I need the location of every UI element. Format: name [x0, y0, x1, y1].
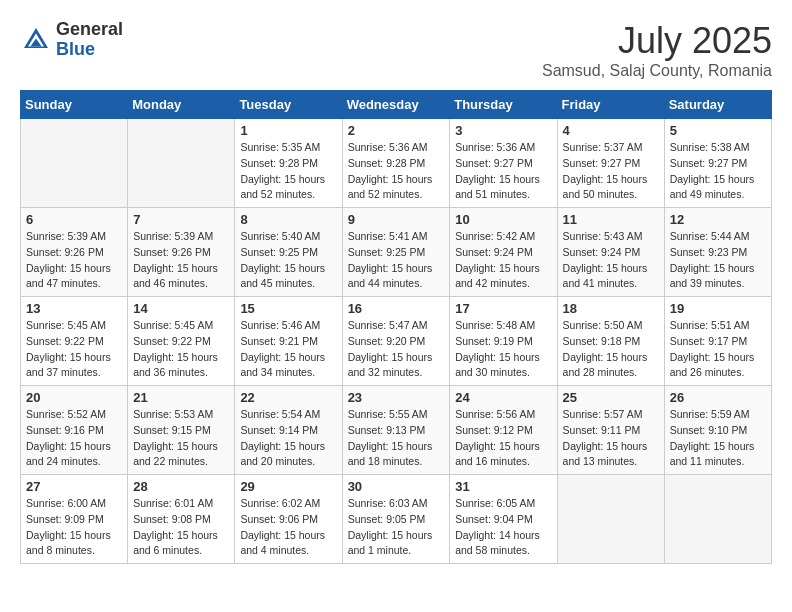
calendar-cell: 19Sunrise: 5:51 AM Sunset: 9:17 PM Dayli… — [664, 297, 771, 386]
calendar-cell — [21, 119, 128, 208]
day-info: Sunrise: 6:00 AM Sunset: 9:09 PM Dayligh… — [26, 496, 122, 559]
day-info: Sunrise: 5:35 AM Sunset: 9:28 PM Dayligh… — [240, 140, 336, 203]
day-info: Sunrise: 5:45 AM Sunset: 9:22 PM Dayligh… — [133, 318, 229, 381]
calendar-cell: 5Sunrise: 5:38 AM Sunset: 9:27 PM Daylig… — [664, 119, 771, 208]
day-number: 15 — [240, 301, 336, 316]
calendar-cell: 2Sunrise: 5:36 AM Sunset: 9:28 PM Daylig… — [342, 119, 450, 208]
calendar-cell: 24Sunrise: 5:56 AM Sunset: 9:12 PM Dayli… — [450, 386, 557, 475]
day-info: Sunrise: 6:01 AM Sunset: 9:08 PM Dayligh… — [133, 496, 229, 559]
calendar-cell — [664, 475, 771, 564]
day-info: Sunrise: 5:48 AM Sunset: 9:19 PM Dayligh… — [455, 318, 551, 381]
calendar-cell: 21Sunrise: 5:53 AM Sunset: 9:15 PM Dayli… — [128, 386, 235, 475]
calendar-cell: 3Sunrise: 5:36 AM Sunset: 9:27 PM Daylig… — [450, 119, 557, 208]
day-number: 1 — [240, 123, 336, 138]
day-info: Sunrise: 5:38 AM Sunset: 9:27 PM Dayligh… — [670, 140, 766, 203]
calendar-cell — [557, 475, 664, 564]
logo-general: General — [56, 20, 123, 40]
calendar-cell: 14Sunrise: 5:45 AM Sunset: 9:22 PM Dayli… — [128, 297, 235, 386]
page-header: General Blue July 2025 Samsud, Salaj Cou… — [20, 20, 772, 80]
calendar-cell: 10Sunrise: 5:42 AM Sunset: 9:24 PM Dayli… — [450, 208, 557, 297]
calendar-cell — [128, 119, 235, 208]
logo-text: General Blue — [56, 20, 123, 60]
day-number: 6 — [26, 212, 122, 227]
day-number: 20 — [26, 390, 122, 405]
calendar-header-row: SundayMondayTuesdayWednesdayThursdayFrid… — [21, 91, 772, 119]
calendar-header-sunday: Sunday — [21, 91, 128, 119]
calendar-cell: 26Sunrise: 5:59 AM Sunset: 9:10 PM Dayli… — [664, 386, 771, 475]
logo-icon — [20, 24, 52, 56]
calendar-cell: 9Sunrise: 5:41 AM Sunset: 9:25 PM Daylig… — [342, 208, 450, 297]
calendar-week-row: 6Sunrise: 5:39 AM Sunset: 9:26 PM Daylig… — [21, 208, 772, 297]
day-number: 4 — [563, 123, 659, 138]
day-number: 5 — [670, 123, 766, 138]
day-info: Sunrise: 5:37 AM Sunset: 9:27 PM Dayligh… — [563, 140, 659, 203]
day-number: 8 — [240, 212, 336, 227]
calendar-cell: 6Sunrise: 5:39 AM Sunset: 9:26 PM Daylig… — [21, 208, 128, 297]
day-info: Sunrise: 5:44 AM Sunset: 9:23 PM Dayligh… — [670, 229, 766, 292]
day-info: Sunrise: 6:02 AM Sunset: 9:06 PM Dayligh… — [240, 496, 336, 559]
day-info: Sunrise: 5:36 AM Sunset: 9:27 PM Dayligh… — [455, 140, 551, 203]
day-info: Sunrise: 6:03 AM Sunset: 9:05 PM Dayligh… — [348, 496, 445, 559]
day-info: Sunrise: 5:50 AM Sunset: 9:18 PM Dayligh… — [563, 318, 659, 381]
calendar-cell: 1Sunrise: 5:35 AM Sunset: 9:28 PM Daylig… — [235, 119, 342, 208]
calendar-week-row: 20Sunrise: 5:52 AM Sunset: 9:16 PM Dayli… — [21, 386, 772, 475]
day-info: Sunrise: 5:52 AM Sunset: 9:16 PM Dayligh… — [26, 407, 122, 470]
day-info: Sunrise: 5:55 AM Sunset: 9:13 PM Dayligh… — [348, 407, 445, 470]
calendar-cell: 17Sunrise: 5:48 AM Sunset: 9:19 PM Dayli… — [450, 297, 557, 386]
calendar-cell: 18Sunrise: 5:50 AM Sunset: 9:18 PM Dayli… — [557, 297, 664, 386]
calendar-cell: 12Sunrise: 5:44 AM Sunset: 9:23 PM Dayli… — [664, 208, 771, 297]
month-title: July 2025 — [542, 20, 772, 62]
day-number: 26 — [670, 390, 766, 405]
day-number: 11 — [563, 212, 659, 227]
day-info: Sunrise: 5:36 AM Sunset: 9:28 PM Dayligh… — [348, 140, 445, 203]
day-info: Sunrise: 5:39 AM Sunset: 9:26 PM Dayligh… — [26, 229, 122, 292]
calendar-cell: 15Sunrise: 5:46 AM Sunset: 9:21 PM Dayli… — [235, 297, 342, 386]
day-number: 24 — [455, 390, 551, 405]
calendar-table: SundayMondayTuesdayWednesdayThursdayFrid… — [20, 90, 772, 564]
calendar-cell: 4Sunrise: 5:37 AM Sunset: 9:27 PM Daylig… — [557, 119, 664, 208]
day-info: Sunrise: 5:53 AM Sunset: 9:15 PM Dayligh… — [133, 407, 229, 470]
day-info: Sunrise: 5:57 AM Sunset: 9:11 PM Dayligh… — [563, 407, 659, 470]
calendar-header-saturday: Saturday — [664, 91, 771, 119]
day-number: 22 — [240, 390, 336, 405]
day-info: Sunrise: 5:47 AM Sunset: 9:20 PM Dayligh… — [348, 318, 445, 381]
calendar-cell: 30Sunrise: 6:03 AM Sunset: 9:05 PM Dayli… — [342, 475, 450, 564]
day-number: 18 — [563, 301, 659, 316]
day-number: 23 — [348, 390, 445, 405]
day-info: Sunrise: 5:56 AM Sunset: 9:12 PM Dayligh… — [455, 407, 551, 470]
calendar-body: 1Sunrise: 5:35 AM Sunset: 9:28 PM Daylig… — [21, 119, 772, 564]
calendar-cell: 27Sunrise: 6:00 AM Sunset: 9:09 PM Dayli… — [21, 475, 128, 564]
calendar-header-monday: Monday — [128, 91, 235, 119]
day-number: 2 — [348, 123, 445, 138]
day-number: 21 — [133, 390, 229, 405]
day-info: Sunrise: 5:43 AM Sunset: 9:24 PM Dayligh… — [563, 229, 659, 292]
day-info: Sunrise: 5:45 AM Sunset: 9:22 PM Dayligh… — [26, 318, 122, 381]
day-info: Sunrise: 5:42 AM Sunset: 9:24 PM Dayligh… — [455, 229, 551, 292]
calendar-header-wednesday: Wednesday — [342, 91, 450, 119]
day-info: Sunrise: 5:59 AM Sunset: 9:10 PM Dayligh… — [670, 407, 766, 470]
day-info: Sunrise: 5:40 AM Sunset: 9:25 PM Dayligh… — [240, 229, 336, 292]
calendar-cell: 7Sunrise: 5:39 AM Sunset: 9:26 PM Daylig… — [128, 208, 235, 297]
calendar-cell: 28Sunrise: 6:01 AM Sunset: 9:08 PM Dayli… — [128, 475, 235, 564]
day-info: Sunrise: 6:05 AM Sunset: 9:04 PM Dayligh… — [455, 496, 551, 559]
calendar-cell: 29Sunrise: 6:02 AM Sunset: 9:06 PM Dayli… — [235, 475, 342, 564]
day-number: 19 — [670, 301, 766, 316]
day-info: Sunrise: 5:39 AM Sunset: 9:26 PM Dayligh… — [133, 229, 229, 292]
calendar-cell: 16Sunrise: 5:47 AM Sunset: 9:20 PM Dayli… — [342, 297, 450, 386]
calendar-header-thursday: Thursday — [450, 91, 557, 119]
day-number: 12 — [670, 212, 766, 227]
calendar-week-row: 27Sunrise: 6:00 AM Sunset: 9:09 PM Dayli… — [21, 475, 772, 564]
calendar-header-tuesday: Tuesday — [235, 91, 342, 119]
calendar-week-row: 13Sunrise: 5:45 AM Sunset: 9:22 PM Dayli… — [21, 297, 772, 386]
calendar-week-row: 1Sunrise: 5:35 AM Sunset: 9:28 PM Daylig… — [21, 119, 772, 208]
day-number: 9 — [348, 212, 445, 227]
logo-blue: Blue — [56, 40, 123, 60]
day-info: Sunrise: 5:41 AM Sunset: 9:25 PM Dayligh… — [348, 229, 445, 292]
day-number: 28 — [133, 479, 229, 494]
calendar-header-friday: Friday — [557, 91, 664, 119]
day-info: Sunrise: 5:46 AM Sunset: 9:21 PM Dayligh… — [240, 318, 336, 381]
day-number: 27 — [26, 479, 122, 494]
day-number: 31 — [455, 479, 551, 494]
day-number: 3 — [455, 123, 551, 138]
calendar-cell: 22Sunrise: 5:54 AM Sunset: 9:14 PM Dayli… — [235, 386, 342, 475]
